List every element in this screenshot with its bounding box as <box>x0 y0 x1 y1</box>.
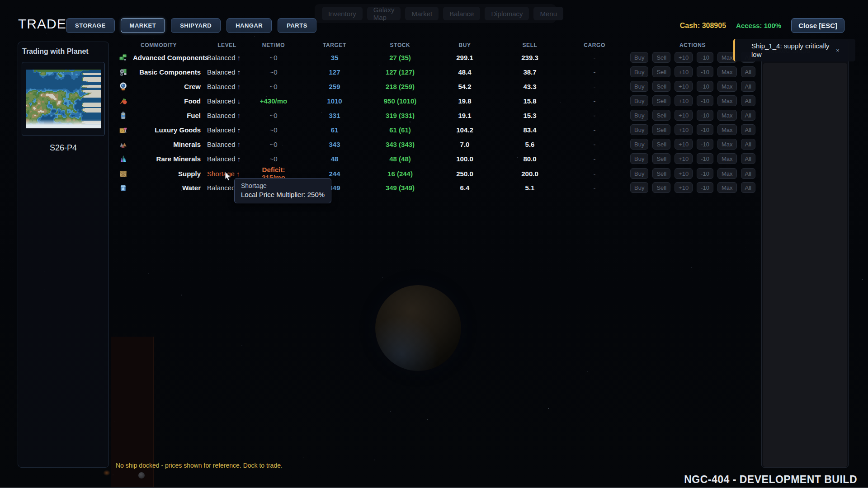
status-message: No ship docked - prices shown for refere… <box>116 462 283 469</box>
commodity-icon <box>113 154 133 164</box>
table-row: Crew Balanced ↑ ~0 259 218 (259) 54.2 43… <box>113 79 755 94</box>
buy-button[interactable]: Buy <box>630 168 648 179</box>
buy-button[interactable]: Buy <box>630 139 648 150</box>
sell-button[interactable]: Sell <box>652 124 670 135</box>
star <box>254 36 255 37</box>
nav-diplomacy-button[interactable]: Diplomacy <box>485 7 529 20</box>
tab-hangar[interactable]: HANGAR <box>226 18 272 33</box>
minus10-button[interactable]: -10 <box>697 110 713 121</box>
sell-button[interactable]: Sell <box>652 139 670 150</box>
sell-button[interactable]: Sell <box>652 81 670 92</box>
commodity-stock: 343 (343) <box>372 141 429 148</box>
buy-button[interactable]: Buy <box>630 182 648 193</box>
minus10-button[interactable]: -10 <box>697 139 713 150</box>
plus10-button[interactable]: +10 <box>675 52 693 63</box>
nav-market-button[interactable]: Market <box>405 7 439 20</box>
all-button[interactable]: All <box>741 81 755 92</box>
buy-button[interactable]: Buy <box>630 110 648 121</box>
plus10-button[interactable]: +10 <box>675 66 693 77</box>
commodity-target: 1010 <box>297 97 372 105</box>
notification-close-icon[interactable]: × <box>831 47 844 54</box>
commodity-name: Supply <box>133 170 204 178</box>
sell-button[interactable]: Sell <box>652 52 670 63</box>
commodity-level[interactable]: Balanced ↑ <box>204 68 250 76</box>
tab-shipyard[interactable]: SHIPYARD <box>171 18 221 33</box>
all-button[interactable]: All <box>741 124 755 135</box>
plus10-button[interactable]: +10 <box>675 124 693 135</box>
minus10-button[interactable]: -10 <box>697 52 713 63</box>
all-button[interactable]: All <box>741 168 755 179</box>
commodity-stock: 27 (35) <box>372 54 429 61</box>
minus10-button[interactable]: -10 <box>697 124 713 135</box>
max-button[interactable]: Max <box>717 139 737 150</box>
commodity-cargo: - <box>559 155 630 163</box>
build-label: NGC-404 - DEVELOPMENT BUILD <box>684 474 857 486</box>
all-button[interactable]: All <box>741 110 755 121</box>
buy-button[interactable]: Buy <box>630 124 648 135</box>
commodity-level[interactable]: Balanced ↑ <box>204 112 250 119</box>
star <box>587 371 588 371</box>
minus10-button[interactable]: -10 <box>697 168 713 179</box>
buy-button[interactable]: Buy <box>630 52 648 63</box>
nav-galaxy-map-button[interactable]: Galaxy Map <box>367 7 401 20</box>
market-table-header: COMMODITY LEVEL NET/MO TARGET STOCK BUY … <box>113 40 755 50</box>
sell-button[interactable]: Sell <box>652 153 670 164</box>
nav-inventory-button[interactable]: Inventory <box>322 7 363 20</box>
sell-button[interactable]: Sell <box>652 95 670 106</box>
sell-button[interactable]: Sell <box>652 110 670 121</box>
tab-storage[interactable]: STORAGE <box>66 18 115 33</box>
plus10-button[interactable]: +10 <box>675 95 693 106</box>
star <box>389 416 389 416</box>
all-button[interactable]: All <box>741 182 755 193</box>
tab-market[interactable]: MARKET <box>121 18 165 33</box>
commodity-level[interactable]: Balanced ↑ <box>204 126 250 134</box>
row-actions: Buy Sell +10 -10 Max All <box>630 81 755 92</box>
commodity-level[interactable]: Balanced ↑ <box>204 83 250 90</box>
star <box>305 218 305 218</box>
mouse-cursor-icon <box>225 172 232 183</box>
commodity-level[interactable]: Balanced ↓ <box>204 97 250 105</box>
buy-button[interactable]: Buy <box>630 153 648 164</box>
buy-button[interactable]: Buy <box>630 95 648 106</box>
minus10-button[interactable]: -10 <box>697 182 713 193</box>
max-button[interactable]: Max <box>717 124 737 135</box>
commodity-stock: 127 (127) <box>372 68 429 76</box>
max-button[interactable]: Max <box>717 153 737 164</box>
commodity-net: +430/mo <box>250 97 297 105</box>
max-button[interactable]: Max <box>717 182 737 193</box>
minus10-button[interactable]: -10 <box>697 81 713 92</box>
buy-button[interactable]: Buy <box>630 81 648 92</box>
minus10-button[interactable]: -10 <box>697 66 713 77</box>
commodity-level[interactable]: Balanced ↑ <box>204 155 250 163</box>
plus10-button[interactable]: +10 <box>675 139 693 150</box>
max-button[interactable]: Max <box>717 81 737 92</box>
buy-button[interactable]: Buy <box>630 66 648 77</box>
minus10-button[interactable]: -10 <box>697 95 713 106</box>
tab-parts[interactable]: PARTS <box>278 18 316 33</box>
plus10-button[interactable]: +10 <box>675 168 693 179</box>
commodity-level[interactable]: Balanced ↑ <box>204 54 250 61</box>
all-button[interactable]: All <box>741 153 755 164</box>
nav-menu-button[interactable]: Menu <box>533 7 563 20</box>
all-button[interactable]: All <box>741 66 755 77</box>
all-button[interactable]: All <box>741 139 755 150</box>
commodity-target: 35 <box>297 54 372 61</box>
sell-button[interactable]: Sell <box>652 66 670 77</box>
max-button[interactable]: Max <box>717 110 737 121</box>
max-button[interactable]: Max <box>717 95 737 106</box>
plus10-button[interactable]: +10 <box>675 153 693 164</box>
all-button[interactable]: All <box>741 95 755 106</box>
nav-balance-button[interactable]: Balance <box>443 7 480 20</box>
plus10-button[interactable]: +10 <box>675 182 693 193</box>
max-button[interactable]: Max <box>717 168 737 179</box>
sell-button[interactable]: Sell <box>652 182 670 193</box>
max-button[interactable]: Max <box>717 66 737 77</box>
plus10-button[interactable]: +10 <box>675 81 693 92</box>
star <box>427 419 428 420</box>
sell-button[interactable]: Sell <box>652 168 670 179</box>
commodity-cargo: - <box>559 54 630 61</box>
commodity-level[interactable]: Balanced ↑ <box>204 141 250 148</box>
close-button[interactable]: Close [ESC] <box>791 18 844 33</box>
plus10-button[interactable]: +10 <box>675 110 693 121</box>
minus10-button[interactable]: -10 <box>697 153 713 164</box>
